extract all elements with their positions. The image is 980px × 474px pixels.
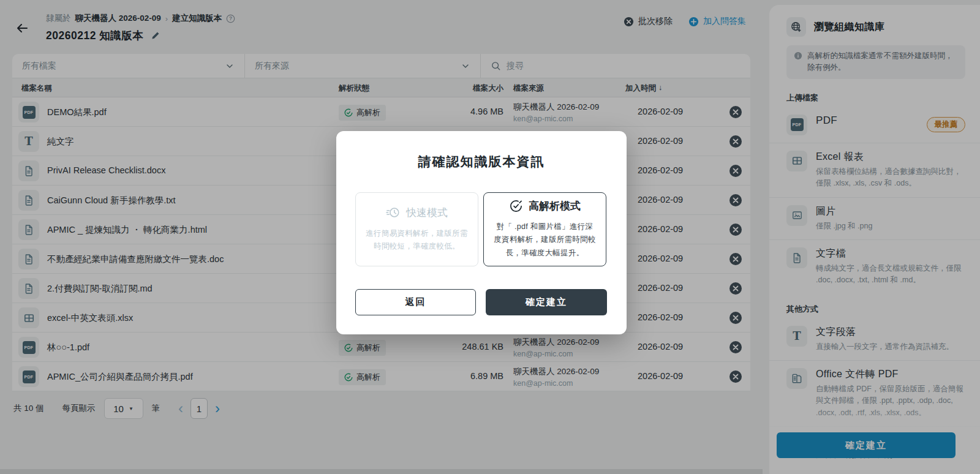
- fast-mode-title: 快速模式: [406, 206, 448, 220]
- modal-back-button[interactable]: 返回: [355, 289, 476, 315]
- hires-mode-desc: 對「 .pdf 和圖片檔」進行深度資料解析，建版所需時間較長，準確度大幅提升。: [484, 220, 606, 260]
- fast-mode-option[interactable]: 快速模式 進行簡易資料解析，建版所需時間較短，準確度較低。: [355, 192, 478, 266]
- modal-title: 請確認知識版本資訊: [336, 153, 627, 170]
- mode-options: 快速模式 進行簡易資料解析，建版所需時間較短，準確度較低。 高解析模式 對「 .…: [355, 192, 606, 266]
- modal-actions: 返回 確定建立: [355, 289, 607, 315]
- fast-mode-desc: 進行簡易資料解析，建版所需時間較短，準確度較低。: [356, 227, 478, 254]
- hires-mode-title: 高解析模式: [529, 199, 581, 213]
- target-check-icon: [509, 199, 523, 213]
- fast-clock-icon: [386, 206, 401, 219]
- confirm-version-modal: 請確認知識版本資訊 快速模式 進行簡易資料解析，建版所需時間較短，準確度較低。 …: [336, 131, 627, 334]
- app: 隸屬於 聊天機器人 2026-02-09 › 建立知識版本 ? 20260212…: [0, 0, 980, 474]
- hires-mode-option[interactable]: 高解析模式 對「 .pdf 和圖片檔」進行深度資料解析，建版所需時間較長，準確度…: [483, 192, 606, 266]
- modal-confirm-create-button[interactable]: 確定建立: [486, 289, 607, 315]
